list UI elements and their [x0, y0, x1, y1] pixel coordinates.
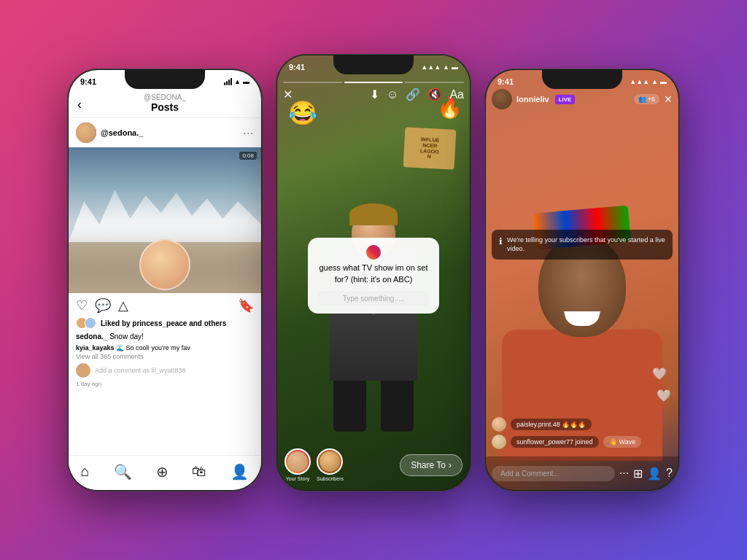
- phone-left-screen: 9:41 ▲ ▬ ‹ @SEDONA_ Posts: [69, 70, 261, 490]
- battery-icon-left: ▬: [243, 78, 249, 85]
- progress-bar-1: [283, 82, 342, 83]
- live-grid-button[interactable]: ⊞: [633, 467, 643, 481]
- add-comment-row: Add a comment as lil_wyatt838: [69, 361, 261, 380]
- comment2-avatar: [492, 435, 506, 449]
- phone-right-screen: 🤍 🤍 9:41 ▲▲▲ ▲ ▬: [486, 70, 678, 490]
- posts-title: Posts: [69, 101, 261, 113]
- subscribers-label: Subscribers: [317, 476, 344, 481]
- story-link-icon[interactable]: 🔗: [406, 88, 420, 101]
- story-top-icons: ⬇ ☺ 🔗 🔇 Aa: [370, 88, 464, 101]
- live-user-info: lonnieliv LIVE: [492, 89, 575, 109]
- kyia-username: kyia_kayaks: [76, 344, 115, 351]
- live-host-avatar[interactable]: [492, 89, 512, 109]
- story-controls-top: 9:41 ▲▲▲ ▲ ▬: [277, 55, 470, 103]
- progress-bar-3: [405, 82, 464, 83]
- share-to-arrow: ›: [449, 460, 452, 470]
- live-comment-input[interactable]: Add a Comment...: [492, 466, 615, 481]
- live-username: lonnieliv: [516, 95, 549, 104]
- subscribers-item[interactable]: Subscribers: [317, 448, 344, 481]
- post-username[interactable]: @sedona._: [101, 128, 143, 137]
- live-background: 🤍 🤍 9:41 ▲▲▲ ▲ ▬: [486, 70, 678, 490]
- person-hair: [349, 203, 398, 225]
- battery-right: ▬: [660, 78, 667, 85]
- bookmark-button[interactable]: 🔖: [238, 298, 254, 314]
- your-story-avatar: [285, 448, 311, 475]
- story-sign-text: INFLUENCERLAGOON: [419, 136, 439, 160]
- question-sticker: guess what TV show im on set for? (hint:…: [308, 238, 439, 314]
- live-help-button[interactable]: ?: [666, 467, 673, 481]
- wifi-right: ▲: [651, 78, 658, 85]
- live-badge: LIVE: [555, 95, 576, 104]
- person-right-leg: [381, 373, 414, 432]
- nav-shop[interactable]: 🛍: [192, 463, 206, 480]
- story-text-icon[interactable]: Aa: [449, 88, 464, 101]
- live-bottom-icons: ··· ⊞ 👤 ?: [619, 467, 673, 481]
- live-notif-text: We're telling your subscribers that you'…: [507, 236, 665, 254]
- share-button[interactable]: △: [118, 298, 128, 314]
- like-avatars: [76, 317, 93, 329]
- comment1-bubble: paisley.print.48 🔥🔥🔥: [511, 419, 592, 430]
- signal-icon-left: [224, 78, 232, 85]
- status-bar-center: 9:41 ▲▲▲ ▲ ▬: [277, 55, 470, 76]
- your-story-face: [287, 451, 308, 472]
- viewers-count: +6: [648, 96, 655, 103]
- share-to-label: Share To: [411, 460, 446, 470]
- story-sign: INFLUENCERLAGOON: [403, 127, 457, 170]
- story-download-icon[interactable]: ⬇: [370, 88, 379, 101]
- post-more-button[interactable]: ···: [243, 127, 254, 139]
- live-avatar-img: [492, 89, 512, 109]
- wave-emoji: 👋: [609, 438, 617, 446]
- back-button[interactable]: ‹: [77, 96, 82, 112]
- wave-label: Wave: [619, 438, 636, 446]
- story-close-button[interactable]: ✕: [283, 88, 293, 101]
- post-action-row: ♡ 💬 △ 🔖: [69, 293, 261, 316]
- time-center: 9:41: [289, 63, 305, 71]
- live-notification: ℹ We're telling your subscribers that yo…: [492, 230, 673, 260]
- phone-center: INFLUENCERLAGOON 😂 🔥: [276, 54, 471, 491]
- time-right: 9:41: [498, 77, 514, 86]
- comment-button[interactable]: 💬: [95, 298, 111, 314]
- live-person-button[interactable]: 👤: [647, 467, 662, 481]
- like-button[interactable]: ♡: [76, 298, 88, 314]
- notch-left: [125, 70, 205, 89]
- kyia-emoji: 🌊: [116, 344, 124, 351]
- subscribers-avatar: [317, 448, 343, 475]
- live-face-container: [486, 70, 678, 461]
- phone-center-screen: INFLUENCERLAGOON 😂 🔥: [277, 55, 470, 490]
- comment1-user: paisley.print.48: [516, 421, 560, 428]
- live-viewers-badge: 👥 +6: [634, 94, 659, 104]
- post-image: 0:08: [69, 147, 261, 293]
- subscribers-face: [320, 451, 340, 472]
- story-mute-icon[interactable]: 🔇: [427, 88, 442, 101]
- signal-right: ▲▲▲: [630, 78, 649, 85]
- comment2-bubble: sunflower_power77 joined: [511, 436, 599, 448]
- wave-button[interactable]: 👋 Wave: [603, 436, 642, 448]
- story-avatar-group: Your Story Subscribers: [285, 448, 344, 481]
- view-comments-link[interactable]: View all 365 comments: [69, 352, 261, 361]
- nav-home[interactable]: ⌂: [80, 463, 89, 480]
- nav-add[interactable]: ⊕: [156, 463, 169, 481]
- live-close-button[interactable]: ✕: [664, 93, 673, 105]
- live-bottom-bar: Add a Comment... ··· ⊞ 👤 ?: [486, 456, 678, 490]
- bottom-nav: ⌂ 🔍 ⊕ 🛍 👤: [69, 455, 261, 490]
- add-comment-placeholder[interactable]: Add a comment as lil_wyatt838: [95, 367, 186, 374]
- nav-search[interactable]: 🔍: [114, 463, 132, 481]
- share-to-button[interactable]: Share To ›: [400, 454, 462, 476]
- selfie-face: [139, 239, 190, 290]
- question-sticker-avatar-row: [317, 245, 430, 260]
- question-sticker-input[interactable]: Type something.....: [317, 291, 430, 306]
- post-caption: sedona._ Snow day!: [69, 330, 261, 343]
- phone-left: 9:41 ▲ ▬ ‹ @SEDONA_ Posts: [67, 69, 263, 491]
- nav-profile[interactable]: 👤: [231, 463, 249, 481]
- comment1-emojis: 🔥🔥🔥: [562, 421, 586, 428]
- story-progress-bars: [277, 76, 470, 86]
- post-avatar[interactable]: [76, 122, 96, 143]
- live-notif-info-icon: ℹ: [499, 236, 503, 246]
- your-story-item[interactable]: Your Story: [285, 448, 311, 481]
- live-more-button[interactable]: ···: [619, 467, 629, 481]
- like-avatar-2: [85, 317, 96, 329]
- post-user-row: @sedona._ ···: [69, 118, 261, 147]
- live-top-bar: lonnieliv LIVE 👥 +6 ✕: [486, 86, 678, 112]
- phones-container: 9:41 ▲ ▬ ‹ @SEDONA_ Posts: [23, 18, 724, 542]
- story-emoji-icon[interactable]: ☺: [387, 88, 398, 101]
